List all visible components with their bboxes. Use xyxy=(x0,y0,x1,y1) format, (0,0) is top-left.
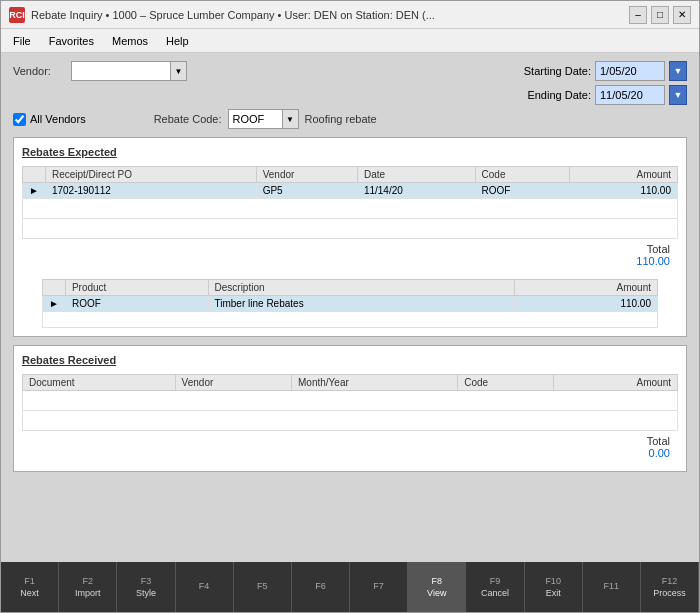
sub-table-container: Product Description Amount ► ROOF Timber… xyxy=(42,279,658,328)
title-bar-left: RCI Rebate Inquiry • 1000 – Spruce Lumbe… xyxy=(9,7,435,23)
app-icon: RCI xyxy=(9,7,25,23)
sub-cell-amount: 110.00 xyxy=(515,296,658,312)
f11-button[interactable]: F11 xyxy=(583,562,641,612)
sub-col-description: Description xyxy=(208,280,515,296)
all-vendors-checkbox-label[interactable]: All Vendors xyxy=(13,113,86,126)
sub-table: Product Description Amount ► ROOF Timber… xyxy=(42,279,658,328)
f10-exit-button[interactable]: F10 Exit xyxy=(525,562,583,612)
f10-key-label: F10 xyxy=(545,576,561,586)
empty-row xyxy=(23,199,678,219)
cell-vendor: GP5 xyxy=(256,183,357,199)
rebates-expected-title: Rebates Expected xyxy=(22,146,678,158)
menu-bar: File Favorites Memos Help xyxy=(1,29,699,53)
starting-date-row: Starting Date: ▼ xyxy=(511,61,687,81)
starting-date-input[interactable] xyxy=(595,61,665,81)
f12-key-label: F12 xyxy=(662,576,678,586)
sub-col-product: Product xyxy=(65,280,208,296)
vendor-input[interactable] xyxy=(71,61,171,81)
f4-button[interactable]: F4 xyxy=(176,562,234,612)
title-bar: RCI Rebate Inquiry • 1000 – Spruce Lumbe… xyxy=(1,1,699,29)
main-window: RCI Rebate Inquiry • 1000 – Spruce Lumbe… xyxy=(0,0,700,613)
f1-next-button[interactable]: F1 Next xyxy=(1,562,59,612)
sub-table-row[interactable]: ► ROOF Timber line Rebates 110.00 xyxy=(43,296,658,312)
sub-col-amount: Amount xyxy=(515,280,658,296)
minimize-button[interactable]: – xyxy=(629,6,647,24)
f1-label: Next xyxy=(20,588,39,598)
sub-col-arrow xyxy=(43,280,66,296)
received-total-row: Total 0.00 xyxy=(22,431,678,463)
rebates-received-title: Rebates Received xyxy=(22,354,678,366)
cell-amount: 110.00 xyxy=(570,183,678,199)
rebate-code-description: Roofing rebate xyxy=(305,113,377,125)
f8-view-button[interactable]: F8 View xyxy=(408,562,466,612)
received-header-row: Document Vendor Month/Year Code Amount xyxy=(23,375,678,391)
col-code: Code xyxy=(475,167,570,183)
window-controls: – □ ✕ xyxy=(629,6,691,24)
empty-row-2 xyxy=(23,219,678,239)
f2-label: Import xyxy=(75,588,101,598)
f12-process-button[interactable]: F12 Process xyxy=(641,562,699,612)
maximize-button[interactable]: □ xyxy=(651,6,669,24)
f9-cancel-button[interactable]: F9 Cancel xyxy=(466,562,524,612)
rebates-expected-section: Rebates Expected Receipt/Direct PO Vendo… xyxy=(13,137,687,337)
recv-col-amount: Amount xyxy=(554,375,678,391)
date-section: Starting Date: ▼ Ending Date: ▼ xyxy=(511,61,687,105)
rebates-received-section: Rebates Received Document Vendor Month/Y… xyxy=(13,345,687,472)
rebate-code-dropdown-arrow[interactable]: ▼ xyxy=(283,109,299,129)
starting-date-label: Starting Date: xyxy=(511,65,591,77)
ending-date-input[interactable] xyxy=(595,85,665,105)
menu-help[interactable]: Help xyxy=(158,33,197,49)
close-button[interactable]: ✕ xyxy=(673,6,691,24)
col-amount: Amount xyxy=(570,167,678,183)
f8-label: View xyxy=(427,588,446,598)
received-total-label: Total xyxy=(647,435,670,447)
sub-cell-product: ROOF xyxy=(65,296,208,312)
f5-button[interactable]: F5 xyxy=(234,562,292,612)
received-total-amount: 0.00 xyxy=(649,447,670,459)
menu-memos[interactable]: Memos xyxy=(104,33,156,49)
rebate-code-input[interactable] xyxy=(228,109,283,129)
vendor-dropdown-arrow[interactable]: ▼ xyxy=(171,61,187,81)
recv-col-document: Document xyxy=(23,375,176,391)
sub-cell-description: Timber line Rebates xyxy=(208,296,515,312)
vendor-row: Vendor: ▼ xyxy=(13,61,187,81)
f9-label: Cancel xyxy=(481,588,509,598)
table-row[interactable]: ► 1702-190112 GP5 11/14/20 ROOF 110.00 xyxy=(23,183,678,199)
all-vendors-label-text: All Vendors xyxy=(30,113,86,125)
col-date: Date xyxy=(357,167,475,183)
f8-key-label: F8 xyxy=(432,576,443,586)
recv-col-vendor: Vendor xyxy=(175,375,291,391)
recv-col-month-year: Month/Year xyxy=(292,375,458,391)
rebates-expected-header-row: Receipt/Direct PO Vendor Date Code Amoun… xyxy=(23,167,678,183)
f6-button[interactable]: F6 xyxy=(292,562,350,612)
expected-total-label: Total xyxy=(647,243,670,255)
rebate-code-dropdown-container: ▼ xyxy=(228,109,299,129)
menu-file[interactable]: File xyxy=(5,33,39,49)
f11-key-label: F11 xyxy=(604,581,620,591)
expected-total-amount: 110.00 xyxy=(636,255,670,267)
main-content: Vendor: ▼ Starting Date: ▼ Ending Date: … xyxy=(1,53,699,562)
cell-date: 11/14/20 xyxy=(357,183,475,199)
f6-key-label: F6 xyxy=(315,581,326,591)
f7-key-label: F7 xyxy=(373,581,384,591)
row-arrow: ► xyxy=(23,183,46,199)
rebates-expected-table: Receipt/Direct PO Vendor Date Code Amoun… xyxy=(22,166,678,239)
f3-key-label: F3 xyxy=(141,576,152,586)
starting-date-picker-button[interactable]: ▼ xyxy=(669,61,687,81)
ending-date-picker-button[interactable]: ▼ xyxy=(669,85,687,105)
cell-code: ROOF xyxy=(475,183,570,199)
f2-import-button[interactable]: F2 Import xyxy=(59,562,117,612)
window-title: Rebate Inquiry • 1000 – Spruce Lumber Co… xyxy=(31,9,435,21)
f4-key-label: F4 xyxy=(199,581,210,591)
col-arrow xyxy=(23,167,46,183)
sub-row-arrow: ► xyxy=(43,296,66,312)
f3-style-button[interactable]: F3 Style xyxy=(117,562,175,612)
all-vendors-checkbox[interactable] xyxy=(13,113,26,126)
f2-key-label: F2 xyxy=(83,576,94,586)
recv-col-code: Code xyxy=(458,375,554,391)
f7-button[interactable]: F7 xyxy=(350,562,408,612)
f10-label: Exit xyxy=(546,588,561,598)
menu-favorites[interactable]: Favorites xyxy=(41,33,102,49)
footer-toolbar: F1 Next F2 Import F3 Style F4 F5 F6 F7 F… xyxy=(1,562,699,612)
f12-label: Process xyxy=(653,588,686,598)
